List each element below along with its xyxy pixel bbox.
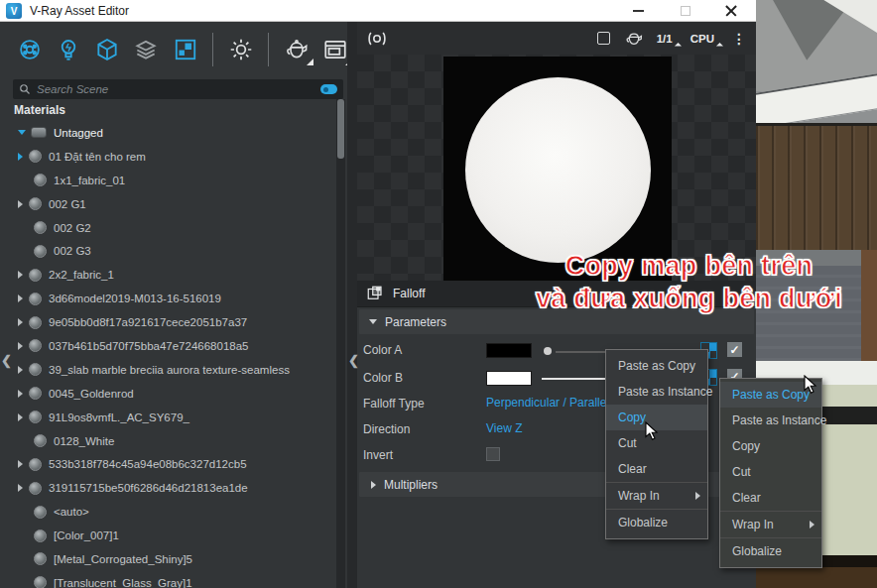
- close-button[interactable]: [714, 0, 748, 22]
- expander-right-icon[interactable]: [18, 318, 23, 326]
- search-icon: [19, 83, 31, 95]
- menu-item-globalize[interactable]: Globalize: [606, 510, 707, 535]
- menu-item-globalize[interactable]: Globalize: [720, 538, 821, 564]
- material-row[interactable]: 91L9os8vmfL._AC_SY679_: [8, 406, 335, 429]
- material-row[interactable]: 037b461b5d70f75bba47e724668018a5: [8, 334, 335, 358]
- material-name: <auto>: [54, 506, 89, 518]
- material-row[interactable]: 9e05bb0d8f17a921617cece2051b7a37: [8, 310, 335, 334]
- layers-icon[interactable]: [133, 36, 160, 63]
- color-b-swatch[interactable]: [486, 371, 532, 386]
- sphere-icon: [29, 293, 42, 305]
- expander-right-icon[interactable]: [18, 366, 23, 374]
- expander-right-icon[interactable]: [18, 413, 23, 421]
- render-teapot-icon[interactable]: [624, 30, 644, 48]
- maximize-button[interactable]: [669, 0, 702, 22]
- material-row[interactable]: 2x2_fabric_1: [8, 263, 335, 287]
- menu-item-wrap-in[interactable]: Wrap In: [720, 512, 821, 537]
- material-row[interactable]: 0045_Goldenrod: [8, 382, 335, 406]
- falloff-title: Falloff: [393, 287, 425, 300]
- menu-item-label: Paste as Instance: [732, 413, 826, 427]
- material-row[interactable]: 1x1_fabric_01: [8, 169, 335, 192]
- menu-item-paste-as-instance[interactable]: Paste as Instance: [606, 379, 707, 405]
- sphere-icon: [34, 221, 47, 234]
- invert-checkbox[interactable]: [486, 447, 500, 461]
- color-a-checkbox[interactable]: ✓: [727, 342, 742, 357]
- material-row[interactable]: 002 G3: [8, 239, 335, 263]
- track-mouse-icon[interactable]: [367, 31, 387, 47]
- color-a-slider-knob[interactable]: [544, 347, 552, 355]
- materials-scrollbar[interactable]: [336, 99, 345, 588]
- expander-right-icon[interactable]: [18, 342, 23, 350]
- material-row[interactable]: Untagged: [8, 121, 335, 145]
- preview-pages-selector[interactable]: 1/1: [657, 33, 681, 45]
- menu-item-clear[interactable]: Clear: [720, 485, 821, 511]
- material-row[interactable]: 002 G2: [8, 216, 335, 240]
- material-name: 1x1_fabric_01: [54, 175, 125, 186]
- sphere-icon: [29, 316, 42, 329]
- expander-right-icon[interactable]: [18, 271, 23, 279]
- material-row[interactable]: 319115715be50f6286d46d21813ea1de: [8, 476, 335, 500]
- menu-item-cut[interactable]: Cut: [720, 459, 821, 485]
- lights-icon[interactable]: [55, 36, 81, 63]
- tutorial-annotation: Copy map bên trên và đưa xuống bên dưới: [501, 250, 877, 315]
- titlebar[interactable]: V V-Ray Asset Editor: [0, 0, 756, 22]
- expander-right-icon[interactable]: [18, 153, 23, 161]
- collapse-list-chevron-icon[interactable]: ❮: [348, 353, 359, 368]
- minimize-button[interactable]: [621, 0, 655, 22]
- falloff-preview-swatch[interactable]: [443, 57, 672, 281]
- expander-down-icon[interactable]: [18, 130, 26, 135]
- preview-swatch-icon[interactable]: [597, 32, 610, 45]
- chevron-down-icon: [716, 42, 723, 49]
- color-b-label: Color B: [363, 371, 403, 385]
- search-input[interactable]: [31, 83, 320, 95]
- search-filter-toggle[interactable]: [320, 84, 337, 94]
- material-row[interactable]: 39_slab marble breciia aurora texture-se…: [8, 358, 335, 382]
- submenu-arrow-icon: [810, 521, 814, 529]
- menu-item-wrap-in[interactable]: Wrap In: [606, 483, 707, 509]
- material-row[interactable]: <auto>: [8, 500, 335, 524]
- kebab-menu-icon[interactable]: ⋮: [732, 34, 746, 44]
- expander-right-icon[interactable]: [18, 294, 23, 302]
- window-title: V-Ray Asset Editor: [30, 4, 129, 18]
- material-name: 037b461b5d70f75bba47e724668018a5: [49, 340, 248, 352]
- textures-icon[interactable]: [172, 36, 198, 63]
- expander-right-icon[interactable]: [18, 390, 23, 398]
- settings-icon[interactable]: [227, 36, 254, 63]
- material-row[interactable]: 0128_White: [8, 429, 335, 453]
- viewport-floor-wood: [756, 567, 877, 588]
- render-teapot-icon[interactable]: [283, 36, 310, 63]
- menu-item-paste-as-copy[interactable]: Paste as Copy: [606, 353, 707, 379]
- geometries-icon[interactable]: [94, 36, 121, 63]
- scrollbar-thumb[interactable]: [337, 99, 344, 159]
- frame-buffer-icon[interactable]: [322, 36, 349, 63]
- panel-splitter[interactable]: [347, 22, 357, 588]
- render-device-selector[interactable]: CPU: [690, 33, 722, 45]
- vray-asset-editor-window: V V-Ray Asset Editor Materials Untagged0…: [0, 0, 877, 588]
- expander-right-icon[interactable]: [18, 200, 23, 208]
- color-a-swatch[interactable]: [486, 343, 532, 358]
- expander-down-icon: [369, 319, 377, 324]
- direction-value[interactable]: View Z: [486, 421, 522, 435]
- material-row[interactable]: 01 Đặt tên cho rem: [8, 145, 335, 169]
- material-row[interactable]: 533b318f784c45a94e08b6c327d12cb5: [8, 452, 335, 476]
- sphere-icon: [29, 269, 42, 282]
- material-name: 002 G3: [54, 245, 91, 257]
- expander-right-icon[interactable]: [18, 460, 23, 468]
- menu-item-paste-as-instance[interactable]: Paste as Instance: [720, 408, 821, 433]
- menu-item-copy[interactable]: Copy: [720, 433, 821, 459]
- toolbar-divider: [268, 33, 269, 66]
- material-name: 533b318f784c45a94e08b6c327d12cb5: [49, 458, 247, 470]
- material-row[interactable]: 3d66model2019-M013-16-516019: [8, 287, 335, 310]
- falloff-type-value[interactable]: Perpendicular / Parallel: [486, 396, 609, 410]
- material-row[interactable]: [Color_007]1: [8, 524, 335, 547]
- menu-item-clear[interactable]: Clear: [606, 456, 707, 482]
- search-bar[interactable]: [13, 79, 343, 99]
- sphere-icon: [34, 245, 47, 258]
- collapse-left-chevron-icon[interactable]: ❮: [1, 353, 12, 368]
- context-menu-2: Paste as CopyPaste as InstanceCopyCutCle…: [719, 378, 822, 568]
- materials-icon[interactable]: [16, 36, 43, 63]
- material-row[interactable]: [Translucent_Glass_Gray]1: [8, 571, 335, 588]
- material-row[interactable]: [Metal_Corrogated_Shiny]5: [8, 547, 335, 571]
- material-row[interactable]: 002 G1: [8, 192, 335, 216]
- expander-right-icon[interactable]: [18, 484, 23, 492]
